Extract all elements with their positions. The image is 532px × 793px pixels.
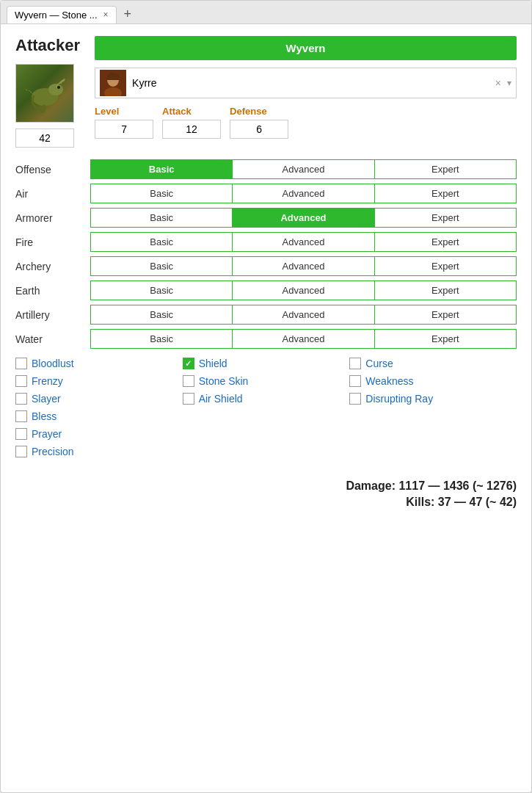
skill-name-water: Water	[15, 333, 81, 345]
spell-bloodlust: Bloodlust	[15, 358, 183, 369]
level-label: Level	[95, 106, 153, 117]
spells-col-2: Shield Stone Skin Air Shield	[183, 358, 350, 457]
skill-btn-air-advanced[interactable]: Advanced	[233, 184, 374, 203]
svg-point-2	[57, 86, 60, 89]
creature-svg	[19, 68, 70, 119]
spell-checkbox-precision[interactable]	[15, 446, 27, 457]
skill-btn-fire-advanced[interactable]: Advanced	[233, 233, 374, 251]
skill-btn-air-expert[interactable]: Expert	[375, 184, 516, 203]
skill-name-earth: Earth	[15, 285, 81, 297]
skill-name-archery: Archery	[15, 261, 81, 272]
defense-value-input[interactable]	[230, 120, 288, 139]
spell-label-slayer[interactable]: Slayer	[32, 393, 61, 405]
spell-label-frenzy[interactable]: Frenzy	[32, 375, 63, 387]
spell-checkbox-airshield[interactable]	[183, 393, 194, 405]
main-window: Wyvern — Stone ... × + Attacker	[0, 0, 532, 793]
spells-section: Bloodlust Frenzy Slayer Bless Prayer	[15, 358, 517, 457]
spell-checkbox-disruptingray[interactable]	[349, 393, 361, 405]
level-value-input[interactable]	[95, 120, 153, 139]
spell-checkbox-bless[interactable]	[15, 410, 27, 422]
spell-bless: Bless	[15, 410, 183, 422]
kills-label: Kills: 37 — 47 (~ 42)	[15, 496, 517, 509]
skill-btn-armorer-basic[interactable]: Basic	[91, 209, 233, 227]
page-title: Attacker	[15, 36, 80, 55]
skill-row-artillery: Artillery Basic Advanced Expert	[15, 305, 517, 325]
skill-buttons-artillery: Basic Advanced Expert	[90, 305, 517, 325]
spell-label-bloodlust[interactable]: Bloodlust	[32, 358, 74, 369]
skill-btn-water-basic[interactable]: Basic	[91, 330, 233, 348]
damage-section: Damage: 1117 — 1436 (~ 1276) Kills: 37 —…	[15, 457, 517, 509]
new-tab-button[interactable]: +	[120, 5, 136, 23]
spell-curse: Curse	[349, 358, 517, 369]
skill-buttons-air: Basic Advanced Expert	[90, 184, 517, 203]
level-input[interactable]	[15, 128, 74, 148]
skill-btn-artillery-expert[interactable]: Expert	[375, 305, 516, 324]
spell-label-stoneskin[interactable]: Stone Skin	[199, 375, 249, 387]
attack-stat-group: Attack	[162, 106, 221, 139]
hero-dropdown-button[interactable]: ▾	[507, 78, 511, 88]
damage-label: Damage: 1117 — 1436 (~ 1276)	[15, 479, 517, 493]
skill-btn-water-expert[interactable]: Expert	[375, 330, 516, 348]
skill-row-earth: Earth Basic Advanced Expert	[15, 280, 517, 300]
skill-btn-archery-expert[interactable]: Expert	[375, 257, 516, 275]
hero-portrait	[100, 70, 126, 96]
skill-btn-archery-advanced[interactable]: Advanced	[233, 257, 374, 275]
skill-btn-earth-basic[interactable]: Basic	[91, 281, 233, 300]
spell-checkbox-shield[interactable]	[183, 358, 194, 369]
tab-close-button[interactable]: ×	[103, 10, 109, 19]
spell-checkbox-stoneskin[interactable]	[183, 375, 194, 387]
spell-checkbox-prayer[interactable]	[15, 428, 27, 440]
skill-btn-offense-advanced[interactable]: Advanced	[233, 160, 374, 178]
spell-label-weakness[interactable]: Weakness	[365, 375, 413, 387]
left-panel	[15, 64, 80, 148]
hero-portrait-svg	[100, 70, 126, 96]
attack-value-input[interactable]	[162, 120, 221, 139]
skill-name-artillery: Artillery	[15, 309, 81, 321]
skill-buttons-archery: Basic Advanced Expert	[90, 256, 517, 276]
skill-btn-armorer-advanced[interactable]: Advanced	[233, 209, 374, 227]
skill-btn-air-basic[interactable]: Basic	[91, 184, 233, 203]
unit-name-button[interactable]: Wyvern	[95, 36, 517, 60]
spell-label-disruptingray[interactable]: Disrupting Ray	[365, 393, 433, 405]
skill-btn-artillery-advanced[interactable]: Advanced	[233, 305, 374, 324]
skill-row-archery: Archery Basic Advanced Expert	[15, 256, 517, 276]
spell-label-prayer[interactable]: Prayer	[32, 428, 62, 440]
skill-btn-fire-expert[interactable]: Expert	[375, 233, 516, 251]
skill-btn-armorer-expert[interactable]: Expert	[375, 209, 516, 227]
skill-btn-water-advanced[interactable]: Advanced	[233, 330, 374, 348]
skill-name-air: Air	[15, 188, 81, 200]
spell-checkbox-curse[interactable]	[349, 358, 361, 369]
spell-label-precision[interactable]: Precision	[32, 446, 74, 457]
skill-btn-artillery-basic[interactable]: Basic	[91, 305, 233, 324]
skills-section: Offense Basic Advanced Expert Air Basic …	[15, 159, 517, 349]
skill-name-offense: Offense	[15, 164, 81, 175]
skill-name-fire: Fire	[15, 236, 81, 248]
skill-btn-fire-basic[interactable]: Basic	[91, 233, 233, 251]
skill-btn-earth-expert[interactable]: Expert	[375, 281, 516, 300]
skill-buttons-offense: Basic Advanced Expert	[90, 159, 517, 179]
hero-clear-button[interactable]: ×	[495, 77, 501, 89]
spell-label-curse[interactable]: Curse	[365, 358, 393, 369]
main-tab[interactable]: Wyvern — Stone ... ×	[7, 6, 117, 23]
level-stat-group: Level	[95, 106, 153, 139]
skill-btn-archery-basic[interactable]: Basic	[91, 257, 233, 275]
spell-checkbox-frenzy[interactable]	[15, 375, 27, 387]
spell-label-airshield[interactable]: Air Shield	[199, 393, 243, 405]
attack-label: Attack	[162, 106, 221, 117]
skill-btn-earth-advanced[interactable]: Advanced	[233, 281, 374, 300]
skill-row-water: Water Basic Advanced Expert	[15, 329, 517, 349]
skill-btn-offense-basic[interactable]: Basic	[91, 160, 233, 178]
spell-disruptingray: Disrupting Ray	[349, 393, 517, 405]
stats-row: Level Attack Defense	[95, 106, 517, 139]
spells-col-1: Bloodlust Frenzy Slayer Bless Prayer	[15, 358, 183, 457]
skill-row-fire: Fire Basic Advanced Expert	[15, 232, 517, 252]
spell-checkbox-bloodlust[interactable]	[15, 358, 27, 369]
spell-label-shield[interactable]: Shield	[199, 358, 227, 369]
spell-checkbox-weakness[interactable]	[349, 375, 361, 387]
spell-label-bless[interactable]: Bless	[32, 410, 57, 422]
spell-checkbox-slayer[interactable]	[15, 393, 27, 405]
right-panel: Wyvern Kyrre × ▾	[95, 36, 517, 139]
main-content: Attacker	[1, 24, 531, 792]
spell-shield: Shield	[183, 358, 350, 369]
skill-btn-offense-expert[interactable]: Expert	[375, 160, 516, 178]
